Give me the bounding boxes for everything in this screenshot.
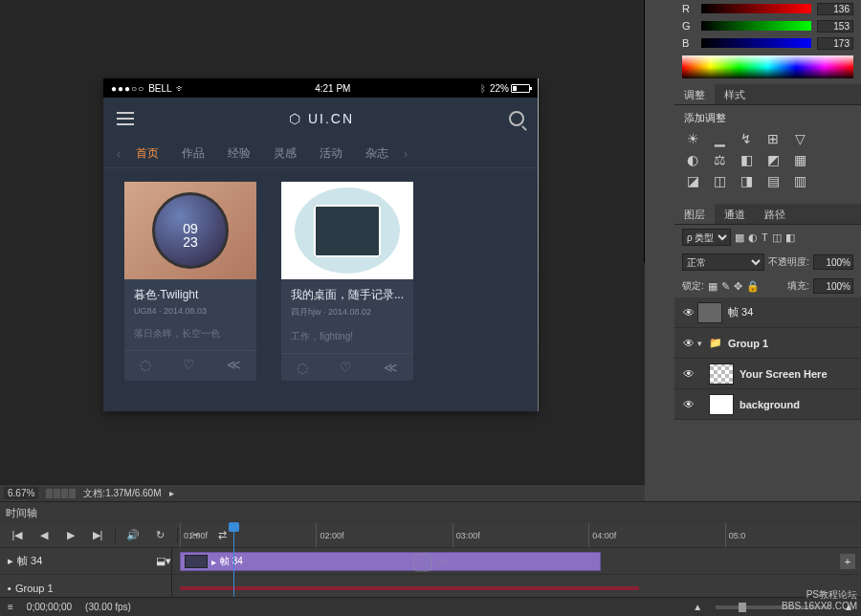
balance-icon[interactable]: ⚖: [711, 152, 728, 167]
hue-icon[interactable]: ◐: [684, 152, 701, 167]
heart-icon[interactable]: ♡: [340, 360, 352, 375]
filter-smart-icon[interactable]: ◧: [785, 231, 795, 244]
track-name[interactable]: 帧 34: [17, 554, 42, 568]
timeline-ruler[interactable]: 01:00f 02:00f 03:00f 04:00f 05:0: [180, 523, 861, 548]
zoom-out-icon[interactable]: ▲: [693, 602, 702, 612]
menu-icon[interactable]: [117, 112, 134, 125]
filter-shape-icon[interactable]: ◫: [772, 231, 782, 244]
tab-inspiration[interactable]: 灵感: [262, 145, 308, 162]
layer-name[interactable]: 帧 34: [728, 305, 855, 319]
selective-icon[interactable]: ▥: [791, 173, 808, 188]
bluetooth-icon: ᛒ: [480, 83, 486, 94]
b-slider[interactable]: [701, 38, 811, 48]
vibrance-icon[interactable]: ▽: [791, 131, 808, 146]
card-item[interactable]: 09 23 暮色·Twilight UG84 · 2014.08.03 落日余晖…: [124, 182, 256, 381]
status-arrow-icon[interactable]: ▸: [169, 488, 174, 498]
audio-icon[interactable]: 🔊: [121, 526, 144, 545]
curves-icon[interactable]: ↯: [738, 131, 755, 146]
lock-position-icon[interactable]: ✥: [734, 280, 742, 293]
layer-row[interactable]: 👁 background: [674, 389, 861, 420]
add-media-button[interactable]: +: [840, 554, 855, 569]
track-name[interactable]: Group 1: [15, 583, 54, 594]
share-icon[interactable]: ≪: [227, 357, 241, 372]
card-thumbnail: [281, 182, 413, 279]
layer-row[interactable]: 👁 ▾ 📁 Group 1: [674, 328, 861, 359]
tab-channels[interactable]: 通道: [715, 204, 755, 224]
ruler-tick: 04:00f: [588, 523, 724, 547]
heart-icon[interactable]: ♡: [183, 357, 195, 372]
opacity-input[interactable]: [813, 254, 853, 270]
invert-icon[interactable]: ◪: [684, 173, 701, 188]
visibility-icon[interactable]: 👁: [680, 337, 697, 350]
threshold-icon[interactable]: ◨: [738, 173, 755, 188]
filter-adjust-icon[interactable]: ◐: [748, 231, 758, 244]
filter-pixel-icon[interactable]: ▩: [735, 231, 744, 244]
tab-styles[interactable]: 样式: [715, 84, 755, 104]
layer-row[interactable]: 👁 Your Screen Here: [674, 359, 861, 389]
next-frame-icon[interactable]: ▶|: [86, 526, 109, 545]
track-prop-icon[interactable]: ⬓▾: [156, 555, 171, 567]
tab-works[interactable]: 作品: [170, 145, 216, 162]
comment-icon[interactable]: ◌: [140, 357, 151, 372]
fill-input[interactable]: [813, 278, 853, 294]
visibility-icon[interactable]: 👁: [680, 398, 697, 411]
exposure-icon[interactable]: ⊞: [764, 131, 782, 146]
g-value[interactable]: 153: [817, 20, 853, 33]
prev-frame-icon[interactable]: ◀: [33, 526, 55, 545]
audio-clip[interactable]: [180, 586, 639, 590]
filter-type-icon[interactable]: T: [762, 231, 768, 243]
tab-magazine[interactable]: 杂志: [354, 145, 400, 162]
doc-preview-icon[interactable]: [46, 489, 76, 498]
zoom-level[interactable]: 6.67%: [4, 487, 38, 499]
bw-icon[interactable]: ◧: [738, 152, 755, 167]
gradient-map-icon[interactable]: ▤: [764, 173, 782, 188]
lock-transparency-icon[interactable]: ▦: [708, 280, 718, 293]
g-slider[interactable]: [701, 21, 811, 31]
levels-icon[interactable]: ▁: [711, 131, 728, 146]
r-value[interactable]: 136: [817, 3, 853, 15]
layer-kind-select[interactable]: ρ 类型: [682, 229, 731, 246]
color-spectrum[interactable]: [682, 55, 853, 78]
visibility-icon[interactable]: 👁: [680, 367, 697, 381]
mixer-icon[interactable]: ▦: [791, 152, 808, 167]
timeline-tab[interactable]: 时间轴: [6, 506, 37, 520]
blend-mode-select[interactable]: 正常: [682, 253, 764, 271]
r-slider[interactable]: [701, 4, 811, 13]
timeline-menu-icon[interactable]: ≡: [8, 602, 13, 612]
signal-dots: ●●●○○: [111, 83, 144, 94]
visibility-icon[interactable]: 👁: [680, 306, 697, 319]
layer-filter-row: ρ 类型 ▩ ◐ T ◫ ◧: [674, 225, 861, 250]
track-toggle-icon[interactable]: ▸: [8, 555, 13, 567]
tab-experience[interactable]: 经验: [216, 145, 262, 162]
chevron-right-icon[interactable]: ›: [400, 147, 411, 161]
loop-icon[interactable]: ↻: [148, 526, 171, 545]
layer-name[interactable]: Your Screen Here: [740, 368, 855, 380]
layer-name[interactable]: Group 1: [728, 338, 855, 349]
lock-paint-icon[interactable]: ✎: [721, 280, 730, 293]
tab-paths[interactable]: 路径: [755, 204, 795, 224]
brightness-icon[interactable]: ☀: [684, 131, 701, 146]
lock-all-icon[interactable]: 🔒: [746, 280, 760, 293]
layer-name[interactable]: background: [740, 399, 855, 410]
goto-first-icon[interactable]: |◀: [6, 526, 29, 545]
tab-layers[interactable]: 图层: [674, 204, 715, 224]
doc-size-label: 文档:1.37M/6.60M: [83, 487, 161, 500]
chevron-left-icon[interactable]: ‹: [113, 147, 124, 161]
share-icon[interactable]: ≪: [384, 360, 398, 375]
play-icon[interactable]: ▶: [59, 526, 82, 545]
comment-icon[interactable]: ◌: [297, 360, 308, 375]
posterize-icon[interactable]: ◫: [711, 173, 728, 188]
tab-home[interactable]: 首页: [124, 145, 170, 162]
photo-filter-icon[interactable]: ◩: [764, 152, 782, 167]
folder-toggle-icon[interactable]: ▾: [697, 339, 709, 348]
b-value[interactable]: 173: [817, 37, 853, 50]
timeline-clip[interactable]: ▸ 帧 34: [180, 552, 601, 571]
search-icon[interactable]: [509, 111, 524, 126]
canvas-area[interactable]: ●●●○○ BELL ᯤ 4:21 PM ᛒ 22% ⬡ UI.CN ‹ 首页 …: [0, 0, 645, 478]
watermark-logo-icon: UI: [413, 553, 432, 572]
card-item[interactable]: 我的桌面，随手记录... 四月hjw · 2014.08.02 工作，fight…: [281, 182, 413, 381]
tab-events[interactable]: 活动: [308, 145, 354, 162]
tab-adjustments[interactable]: 调整: [674, 84, 715, 104]
layer-row[interactable]: 👁 帧 34: [674, 297, 861, 328]
current-time[interactable]: 0;00;00;00: [27, 602, 72, 612]
